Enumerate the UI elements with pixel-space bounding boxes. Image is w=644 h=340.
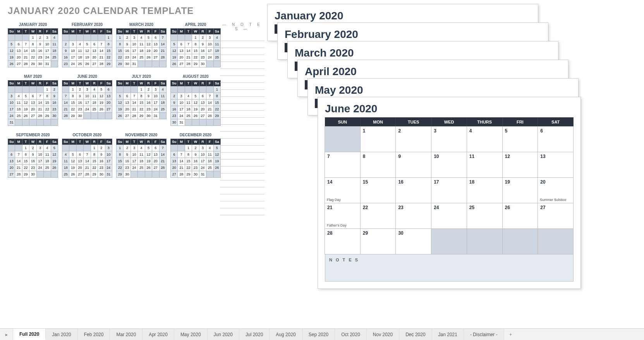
note-line[interactable] bbox=[220, 48, 264, 55]
sheet-tab[interactable]: Jan 2021 bbox=[432, 329, 464, 340]
month-sheet-title: May 2020 bbox=[315, 84, 571, 96]
note-line[interactable] bbox=[220, 187, 264, 194]
calendar-day-cell[interactable]: 8 bbox=[360, 152, 396, 178]
sheet-tab[interactable]: Dec 2020 bbox=[399, 329, 432, 340]
note-line[interactable] bbox=[220, 125, 264, 132]
calendar-day-cell[interactable]: 13 bbox=[538, 152, 574, 178]
mini-calendar-title: JUNE 2020 bbox=[62, 74, 112, 79]
note-line[interactable] bbox=[220, 118, 264, 125]
month-sheet-title: April 2020 bbox=[305, 65, 561, 78]
calendar-day-cell[interactable]: 30 bbox=[395, 228, 431, 254]
mini-calendar: MARCH 2020SuMTWRFSa123456789101112131415… bbox=[116, 22, 167, 67]
sheet-tab[interactable]: Oct 2020 bbox=[335, 329, 367, 340]
calendar-day-cell[interactable]: 26 bbox=[502, 203, 538, 229]
calendar-day-cell[interactable]: 9 bbox=[395, 152, 431, 178]
mini-calendar: DECEMBER 2020SuMTWRFSa123456789101112131… bbox=[170, 133, 221, 178]
calendar-day-cell[interactable]: 6 bbox=[538, 126, 574, 152]
mini-calendar: AUGUST 2020SuMTWRFSa12345678910111213141… bbox=[170, 74, 221, 126]
note-line[interactable] bbox=[220, 173, 264, 180]
note-line[interactable] bbox=[220, 76, 264, 83]
mini-calendar-title: AUGUST 2020 bbox=[170, 74, 221, 79]
month-sheet-title: January 2020 bbox=[275, 10, 531, 22]
calendar-day-cell[interactable]: 4 bbox=[467, 126, 503, 152]
sheet-tab[interactable]: Aug 2020 bbox=[270, 329, 302, 340]
mini-calendar: APRIL 2020SuMTWRFSa123456789101112131415… bbox=[170, 22, 221, 67]
calendar-day-cell[interactable]: 11 bbox=[467, 152, 503, 178]
calendar-day-cell[interactable]: 10 bbox=[431, 152, 467, 178]
notes-column: — N O T E S — bbox=[220, 22, 264, 215]
mini-calendar-title: FEBRUARY 2020 bbox=[62, 22, 112, 27]
sheet-tab[interactable]: Apr 2020 bbox=[143, 329, 174, 340]
month-sheet-title: February 2020 bbox=[285, 28, 541, 41]
mini-calendar-title: APRIL 2020 bbox=[170, 22, 221, 27]
calendar-day-cell[interactable]: 25 bbox=[467, 203, 503, 229]
note-line[interactable] bbox=[220, 104, 264, 111]
note-line[interactable] bbox=[220, 194, 264, 201]
calendar-day-cell[interactable]: 23 bbox=[395, 203, 431, 229]
calendar-day-cell[interactable]: 22 bbox=[360, 203, 396, 229]
calendar-day-cell[interactable]: 18 bbox=[467, 177, 503, 203]
note-line[interactable] bbox=[220, 41, 264, 48]
mini-calendar-title: MARCH 2020 bbox=[116, 22, 167, 27]
note-line[interactable] bbox=[220, 97, 264, 104]
note-line[interactable] bbox=[220, 34, 264, 41]
note-line[interactable] bbox=[220, 208, 264, 215]
note-line[interactable] bbox=[220, 55, 264, 62]
note-line[interactable] bbox=[220, 90, 264, 97]
calendar-day-cell[interactable]: 1 bbox=[360, 126, 396, 152]
calendar-day-cell[interactable]: 19 bbox=[502, 177, 538, 203]
calendar-day-cell[interactable]: 7 bbox=[325, 152, 361, 178]
note-line[interactable] bbox=[220, 69, 264, 76]
note-line[interactable] bbox=[220, 83, 264, 90]
page-title: JANUARY 2020 CALENDAR TEMPLATE bbox=[8, 5, 194, 16]
calendar-day-cell[interactable]: 5 bbox=[502, 126, 538, 152]
sheet-tab[interactable]: Mar 2020 bbox=[110, 329, 143, 340]
calendar-day-cell[interactable]: 14Flag Day bbox=[325, 177, 361, 203]
calendar-day-cell[interactable]: 24 bbox=[431, 203, 467, 229]
calendar-day-cell[interactable]: 16 bbox=[395, 177, 431, 203]
note-line[interactable] bbox=[220, 180, 264, 187]
sheet-tab[interactable]: Jul 2020 bbox=[239, 329, 270, 340]
calendar-day-cell[interactable]: 28 bbox=[325, 228, 361, 254]
note-line[interactable] bbox=[220, 139, 264, 146]
sheet-tab[interactable]: Jan 2020 bbox=[46, 329, 77, 340]
day-event: Summer Solstice bbox=[540, 198, 566, 202]
note-line[interactable] bbox=[220, 146, 264, 153]
note-line[interactable] bbox=[220, 153, 264, 160]
sheet-tab[interactable]: Feb 2020 bbox=[78, 329, 110, 340]
mini-calendar: JUNE 2020SuMTWRFSa1234567891011121314151… bbox=[62, 74, 112, 126]
calendar-day-cell[interactable]: 27 bbox=[538, 203, 574, 229]
note-line[interactable] bbox=[220, 167, 264, 173]
note-line[interactable] bbox=[220, 62, 264, 69]
add-sheet-button[interactable]: + bbox=[504, 329, 517, 340]
calendar-day-cell[interactable]: 3 bbox=[431, 126, 467, 152]
calendar-day-cell[interactable]: 15 bbox=[360, 177, 396, 203]
note-line[interactable] bbox=[220, 111, 264, 118]
tab-nav-right-icon[interactable]: ▸ bbox=[0, 329, 13, 340]
calendar-day-cell[interactable]: 2 bbox=[395, 126, 431, 152]
month-stack: January 2020SUNMONTUESWEDTHURSFRISATFebr… bbox=[267, 4, 639, 325]
calendar-day-cell[interactable]: 21Father's Day bbox=[325, 203, 361, 229]
calendar-day-cell[interactable]: 29 bbox=[360, 228, 396, 254]
note-line[interactable] bbox=[220, 132, 264, 139]
month-notes[interactable]: N O T E S bbox=[325, 254, 574, 282]
sheet-tab[interactable]: May 2020 bbox=[174, 329, 208, 340]
calendar-day-cell[interactable]: 12 bbox=[502, 152, 538, 178]
calendar-day-cell[interactable]: 17 bbox=[431, 177, 467, 203]
sheet-tab[interactable]: Full 2020 bbox=[13, 329, 46, 340]
note-line[interactable] bbox=[220, 160, 264, 167]
calendar-day-cell[interactable] bbox=[431, 228, 467, 254]
calendar-day-cell[interactable] bbox=[325, 126, 361, 152]
sheet-tab[interactable]: Nov 2020 bbox=[367, 329, 399, 340]
calendar-day-cell[interactable] bbox=[538, 228, 574, 254]
sheet-tab[interactable]: - Disclaimer - bbox=[464, 329, 504, 340]
mini-calendar-title: NOVEMBER 2020 bbox=[116, 133, 167, 137]
note-line[interactable] bbox=[220, 201, 264, 208]
notes-header: — N O T E S — bbox=[220, 22, 264, 31]
sheet-tab[interactable]: Jun 2020 bbox=[208, 329, 239, 340]
calendar-day-cell[interactable] bbox=[467, 228, 503, 254]
calendar-day-cell[interactable]: 20Summer Solstice bbox=[538, 177, 574, 203]
sheet-tab[interactable]: Sep 2020 bbox=[302, 329, 335, 340]
calendar-day-cell[interactable] bbox=[502, 228, 538, 254]
month-sheet: June 2020SUNMONTUESWEDTHURSFRISAT1234567… bbox=[318, 97, 581, 289]
